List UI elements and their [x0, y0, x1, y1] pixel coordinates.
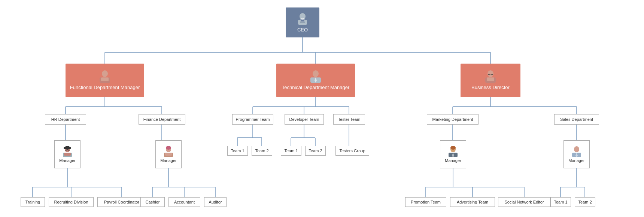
tdm-node: Technical Department Manager	[276, 64, 355, 97]
tdm-avatar-icon	[309, 70, 323, 83]
connectors	[0, 0, 644, 217]
auditor-node: Auditor	[204, 197, 227, 207]
svg-rect-71	[68, 150, 70, 151]
hr-mgr-node: Manager	[54, 140, 80, 168]
dt2-node: Team 2	[305, 146, 326, 156]
tester-node: Tester Team	[333, 114, 365, 125]
training-label: Training	[25, 199, 40, 205]
mkt-node: Marketing Department	[427, 114, 479, 125]
org-chart: CEO Functional Department Manager Techni…	[0, 0, 644, 217]
tester-label: Tester Team	[338, 117, 361, 122]
tg-label: Testers Group	[339, 148, 365, 153]
sales-mgr-node: Manager	[564, 140, 590, 168]
ceo-node: CEO	[286, 7, 319, 37]
hr-mgr-label: Manager	[59, 158, 75, 163]
fin-mgr-node: Manager	[155, 140, 182, 168]
fin-label: Finance Department	[143, 117, 181, 122]
svg-rect-66	[487, 77, 494, 81]
dt1-node: Team 1	[281, 146, 301, 156]
pt1-node: Team 1	[227, 146, 248, 156]
sales-mgr-label: Manager	[568, 158, 584, 163]
ceo-avatar-icon	[296, 12, 309, 26]
cashier-node: Cashier	[140, 197, 165, 207]
fdm-node: Functional Department Manager	[66, 64, 144, 97]
promo-label: Promotion Team	[411, 199, 441, 205]
auditor-label: Auditor	[209, 199, 222, 205]
s-team2-node: Team 2	[575, 197, 595, 207]
payroll-label: Payroll Coordinator	[104, 199, 139, 205]
svg-point-55	[102, 70, 108, 77]
fin-mgr-label: Manager	[160, 158, 176, 163]
pt2-label: Team 2	[255, 148, 268, 153]
bd-label: Business Director	[471, 85, 510, 91]
bd-avatar-icon	[483, 70, 498, 83]
svg-point-80	[450, 146, 456, 150]
s-team2-label: Team 2	[578, 199, 592, 205]
svg-point-58	[313, 70, 319, 77]
dt2-label: Team 2	[309, 148, 322, 153]
hr-mgr-avatar-icon	[61, 145, 74, 158]
prog-label: Programmer Team	[236, 117, 270, 122]
accountant-node: Accountant	[168, 197, 200, 207]
svg-point-83	[574, 146, 579, 152]
svg-rect-74	[64, 153, 71, 156]
accountant-label: Accountant	[174, 199, 195, 205]
mkt-mgr-label: Manager	[445, 158, 461, 163]
mkt-mgr-avatar-icon	[447, 145, 459, 158]
sales-label: Sales Department	[560, 117, 593, 122]
recruiting-label: Recruiting Division	[54, 199, 88, 205]
cashier-label: Cashier	[146, 199, 160, 205]
fdm-avatar-icon	[98, 70, 112, 83]
mkt-label: Marketing Department	[432, 117, 473, 122]
mkt-mgr-node: Manager	[440, 140, 466, 168]
svg-point-50	[300, 13, 306, 20]
dev-node: Developer Team	[285, 114, 324, 125]
prog-node: Programmer Team	[232, 114, 273, 125]
svg-rect-69	[64, 147, 71, 149]
payroll-node: Payroll Coordinator	[97, 197, 146, 207]
hr-node: HR Department	[45, 114, 86, 125]
pt2-node: Team 2	[252, 146, 272, 156]
s-team1-node: Team 1	[550, 197, 571, 207]
dt1-label: Team 1	[284, 148, 298, 153]
sn-editor-node: Social Network Editor	[498, 197, 550, 207]
sales-mgr-avatar-icon	[570, 145, 583, 158]
promo-node: Promotion Team	[405, 197, 446, 207]
pt1-label: Team 1	[231, 148, 244, 153]
ad-team-node: Advertising Team	[450, 197, 495, 207]
fin-mgr-avatar-icon	[162, 145, 175, 158]
svg-rect-57	[101, 77, 109, 81]
tdm-label: Technical Department Manager	[282, 85, 350, 91]
training-node: Training	[21, 197, 45, 207]
dev-label: Developer Team	[289, 117, 319, 122]
recruiting-node: Recruiting Division	[49, 197, 94, 207]
ad-team-label: Advertising Team	[457, 199, 488, 205]
ceo-label: CEO	[297, 27, 308, 33]
svg-rect-70	[65, 150, 67, 151]
s-team1-label: Team 1	[554, 199, 567, 205]
fdm-label: Functional Department Manager	[70, 85, 140, 91]
tg-node: Testers Group	[335, 146, 369, 156]
sn-editor-label: Social Network Editor	[504, 199, 544, 205]
hr-label: HR Department	[51, 117, 80, 122]
sales-node: Sales Department	[554, 114, 599, 125]
fin-node: Finance Department	[139, 114, 185, 125]
svg-rect-62	[488, 74, 490, 75]
svg-point-76	[166, 146, 171, 150]
svg-rect-63	[491, 74, 493, 75]
bd-node: Business Director	[461, 64, 520, 97]
svg-rect-78	[165, 153, 172, 156]
